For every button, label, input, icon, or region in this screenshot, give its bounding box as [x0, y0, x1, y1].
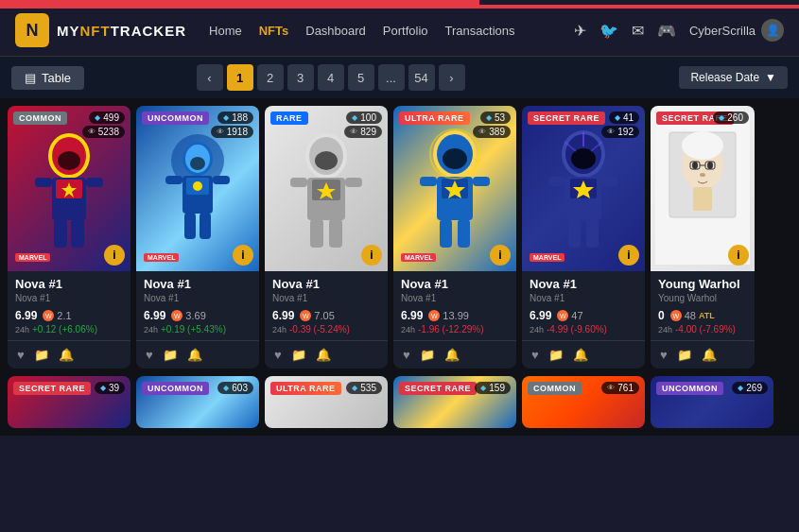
row2-card-2: ULTRA RARE ◆ 535	[265, 376, 388, 428]
nav-nfts[interactable]: NFTs	[259, 24, 289, 38]
folder-button-5[interactable]: 📁	[675, 346, 694, 364]
card-title-3: Nova #1	[401, 277, 509, 291]
card-actions-1: ♥ 📁 🔔	[136, 340, 259, 369]
info-button-2[interactable]: i	[361, 245, 382, 266]
row2-stat-5: ◆ 269	[732, 382, 768, 394]
card-title-2: Nova #1	[272, 277, 380, 291]
svg-point-66	[707, 162, 713, 169]
card-body-2: Nova #1 Nova #1 6.99 W 7.05 24h -0.39 (-…	[265, 271, 388, 340]
svg-rect-43	[473, 177, 490, 186]
stat-views-2: 👁 829	[344, 126, 382, 138]
prev-page-button[interactable]: ‹	[197, 64, 223, 91]
page-3-button[interactable]: 3	[287, 64, 314, 91]
bell-button-3[interactable]: 🔔	[443, 346, 461, 364]
twitter-icon[interactable]: 🐦	[599, 22, 618, 40]
card-title-5: Young Warhol	[658, 277, 747, 291]
card-price-4: 6.99 W 47	[530, 309, 637, 322]
atl-badge-5: ATL	[699, 311, 715, 320]
svg-rect-9	[54, 219, 67, 248]
svg-rect-33	[310, 219, 323, 248]
price-eth-1: W 3.69	[171, 310, 205, 321]
change-val-4: -4.99 (-9.60%)	[547, 324, 607, 335]
bell-button-4[interactable]: 🔔	[571, 346, 590, 364]
page-2-button[interactable]: 2	[257, 64, 284, 91]
svg-point-3	[58, 151, 80, 170]
page-1-button[interactable]: 1	[227, 64, 253, 91]
logo-text: MYNFTTRACKER	[57, 23, 186, 39]
change-val-1: +0.19 (+5.43%)	[161, 324, 226, 335]
bell-button-1[interactable]: 🔔	[185, 346, 204, 364]
svg-rect-10	[71, 219, 84, 248]
stat-views-1: 👁 1918	[211, 126, 253, 138]
heart-button-4[interactable]: ♥	[530, 346, 541, 364]
bell-button-2[interactable]: 🔔	[314, 346, 333, 364]
stat-count-3: ◆ 53	[480, 112, 511, 124]
folder-button-4[interactable]: 📁	[547, 346, 565, 364]
info-button-1[interactable]: i	[233, 245, 253, 266]
row2-rarity-0: SECRET RARE	[13, 382, 91, 395]
heart-button-5[interactable]: ♥	[658, 346, 669, 364]
svg-point-19	[193, 181, 202, 191]
sort-label: Release Date	[690, 71, 759, 84]
card-actions-3: ♥ 📁 🔔	[393, 340, 516, 369]
card-body-1: Nova #1 Nova #1 6.99 W 3.69 24h +0.19 (+…	[136, 271, 259, 340]
card-title-1: Nova #1	[144, 277, 252, 291]
bell-button-0[interactable]: 🔔	[57, 346, 76, 364]
folder-button-3[interactable]: 📁	[418, 346, 437, 364]
bell-button-5[interactable]: 🔔	[700, 346, 719, 364]
info-button-0[interactable]: i	[104, 245, 125, 266]
telegram-icon[interactable]: ✈	[574, 22, 586, 40]
next-page-button[interactable]: ›	[439, 64, 465, 91]
row2-card-1: UNCOMMON ◆ 603	[136, 376, 259, 428]
table-icon: ▤	[25, 71, 36, 85]
heart-button-2[interactable]: ♥	[272, 346, 284, 364]
price-main-2: 6.99	[272, 309, 294, 322]
sort-button[interactable]: Release Date ▼	[679, 66, 788, 89]
svg-rect-55	[601, 177, 618, 186]
folder-button-0[interactable]: 📁	[32, 346, 51, 364]
svg-rect-23	[200, 213, 211, 239]
stat-views-0: 👁 5238	[82, 126, 125, 138]
header: N MYNFTTRACKER Home NFTs Dashboard Portf…	[0, 5, 799, 57]
card-5: SECRET RARE ◆ 260 i Young Warhol Young W…	[651, 106, 755, 369]
heart-button-1[interactable]: ♥	[144, 346, 155, 364]
nav-home[interactable]: Home	[209, 24, 242, 38]
price-main-0: 6.99	[15, 309, 37, 322]
discord-icon[interactable]: 🎮	[657, 22, 676, 40]
page-4-button[interactable]: 4	[318, 64, 344, 91]
change-val-2: -0.39 (-5.24%)	[289, 324, 350, 335]
svg-rect-21	[213, 176, 230, 184]
page-5-button[interactable]: 5	[348, 64, 374, 91]
folder-button-2[interactable]: 📁	[289, 346, 308, 364]
price-main-3: 6.99	[401, 309, 423, 322]
nav-dashboard[interactable]: Dashboard	[305, 24, 366, 38]
row2-rarity-5: UNCOMMON	[656, 382, 723, 395]
heart-button-0[interactable]: ♥	[15, 346, 26, 364]
folder-button-1[interactable]: 📁	[161, 346, 180, 364]
info-button-5[interactable]: i	[728, 245, 749, 266]
logo-area[interactable]: N MYNFTTRACKER	[15, 13, 186, 47]
page-54-button[interactable]: 54	[408, 64, 435, 91]
svg-rect-56	[568, 219, 581, 248]
nav-transactions[interactable]: Transactions	[445, 24, 515, 38]
user-area[interactable]: CyberScrilla 👤	[689, 19, 784, 42]
svg-rect-22	[184, 213, 196, 239]
email-icon[interactable]: ✉	[632, 22, 644, 40]
card-stats-3: ◆ 53 👁 389	[473, 112, 511, 138]
row2-stat-1: ◆ 603	[217, 382, 253, 394]
stat-views-3: 👁 389	[473, 126, 511, 138]
heart-button-3[interactable]: ♥	[401, 346, 412, 364]
svg-point-38	[443, 148, 467, 169]
nav-portfolio[interactable]: Portfolio	[383, 24, 428, 38]
table-button[interactable]: ▤ Table	[11, 66, 84, 90]
price-change-5: 24h -4.00 (-7.69%)	[658, 324, 747, 335]
info-button-3[interactable]: i	[490, 245, 511, 266]
card-actions-5: ♥ 📁 🔔	[651, 340, 755, 369]
row2-card-0: SECRET RARE ◆ 39	[8, 376, 130, 428]
card-stats-2: ◆ 100 👁 829	[344, 112, 382, 138]
logo-icon: N	[15, 13, 49, 47]
info-button-4[interactable]: i	[618, 245, 639, 266]
card-actions-0: ♥ 📁 🔔	[8, 340, 130, 369]
row2-stat-3: ◆ 159	[475, 382, 511, 394]
stat-count-4: ◆ 41	[609, 112, 639, 124]
